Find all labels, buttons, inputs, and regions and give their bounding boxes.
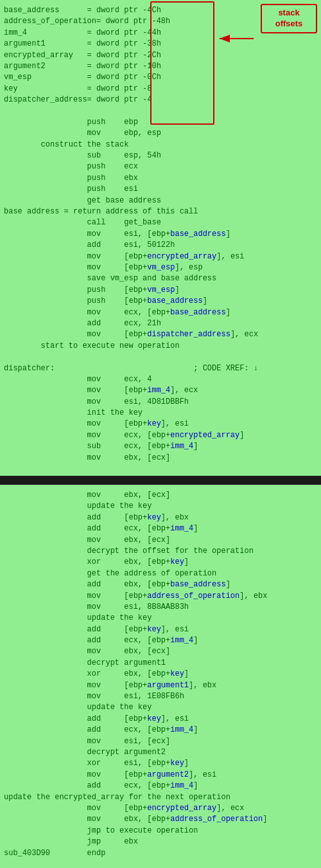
- b-line-6: xor ebx, [ebp+key]: [4, 557, 317, 568]
- b-line-13: add ecx, [ebp+imm_4]: [4, 635, 317, 646]
- b-line-25: mov [ebp+argument2], esi: [4, 770, 317, 781]
- b-line-27: update the encrypted_array for the next …: [4, 792, 317, 803]
- b-line-18: mov esi, 1E08FB6h: [4, 691, 317, 702]
- b-line-17: mov [ebp+argument1], ebx: [4, 680, 317, 691]
- code-line-21: mov [ebp+encrypted_array], esi: [4, 251, 317, 262]
- b-line-0: mov ebx, [ecx]: [4, 490, 317, 501]
- bottom-panel: mov ebx, [ecx] update the key add [ebp+k…: [0, 485, 321, 868]
- code-line-11: construct the stack: [4, 140, 317, 150]
- code-line-37: sub ecx, [ebp+imm_4]: [4, 441, 317, 452]
- b-line-2: add [ebp+key], ebx: [4, 512, 317, 523]
- b-line-14: mov ebx, [ecx]: [4, 646, 317, 657]
- code-line-15: push esi: [4, 184, 317, 195]
- code-line-3: argument1 = dword ptr -38h: [4, 39, 317, 50]
- code-line-27: add ecx, 21h: [4, 318, 317, 329]
- code-line-25: push [ebp+base_address]: [4, 296, 317, 307]
- top-code-block: base_address = dword ptr -4Ch address_of…: [4, 5, 317, 464]
- code-line-22: mov [ebp+vm_esp], esp: [4, 262, 317, 273]
- code-line-31: mov ecx, 4: [4, 374, 317, 385]
- code-line-38: mov ebx, [ecx]: [4, 453, 317, 464]
- code-line-blank2: [4, 352, 317, 363]
- code-line-19: mov esi, [ebp+base_address]: [4, 229, 317, 240]
- code-line-24: push [ebp+vm_esp]: [4, 285, 317, 296]
- b-line-32: sub_403D90 endp: [4, 848, 317, 859]
- b-line-22: mov esi, [ecx]: [4, 736, 317, 747]
- b-line-16: xor ebx, [ebp+key]: [4, 669, 317, 680]
- b-line-4: mov ebx, [ecx]: [4, 535, 317, 546]
- code-line-17: base address = return address of this ca…: [4, 206, 317, 217]
- b-line-20: add [ebp+key], esi: [4, 714, 317, 725]
- b-line-11: update the key: [4, 613, 317, 624]
- b-line-12: add [ebp+key], esi: [4, 624, 317, 635]
- b-line-30: jmp to execute operation: [4, 826, 317, 836]
- code-line-29: start to execute new operation: [4, 341, 317, 352]
- code-line-12: sub esp, 54h: [4, 150, 317, 161]
- code-line-14: push ebx: [4, 173, 317, 184]
- code-line-5: argument2 = dword ptr -10h: [4, 61, 317, 72]
- b-line-15: decrypt argument1: [4, 658, 317, 669]
- b-line-1: update the key: [4, 501, 317, 512]
- code-line-20: add esi, 50122h: [4, 240, 317, 251]
- code-line-35: mov [ebp+key], esi: [4, 419, 317, 429]
- b-line-3: add ecx, [ebp+imm_4]: [4, 523, 317, 534]
- b-line-8: add ebx, [ebp+base_address]: [4, 579, 317, 590]
- b-line-19: update the key: [4, 702, 317, 713]
- code-line-13: push ecx: [4, 161, 317, 172]
- b-line-26: add ecx, [ebp+imm_4]: [4, 781, 317, 791]
- b-line-7: get the address of operation: [4, 568, 317, 579]
- code-line-6: vm_esp = dword ptr -0Ch: [4, 72, 317, 83]
- b-line-5: decrypt the offset for the operation: [4, 546, 317, 557]
- code-line-33: mov esi, 4D81DBBFh: [4, 397, 317, 408]
- b-line-9: mov [ebp+address_of_operation], ebx: [4, 591, 317, 602]
- panel-divider: [0, 476, 321, 485]
- code-line-18: call get_base: [4, 217, 317, 228]
- bottom-code-block: mov ebx, [ecx] update the key add [ebp+k…: [4, 490, 317, 859]
- code-line-9: push ebp: [4, 117, 317, 128]
- code-line-28: mov [ebp+dispatcher_address], ecx: [4, 329, 317, 340]
- b-line-28: mov [ebp+encrypted_array], ecx: [4, 803, 317, 814]
- b-line-10: mov esi, 8B8AAB83h: [4, 602, 317, 613]
- code-line-36: mov ecx, [ebp+encrypted_array]: [4, 430, 317, 441]
- annotation-box: stack offsets: [261, 4, 317, 33]
- top-panel: base_address = dword ptr -4Ch address_of…: [0, 0, 321, 476]
- code-line-4: encrypted_array = dword ptr -2Ch: [4, 50, 317, 61]
- code-line-10: mov ebp, esp: [4, 128, 317, 139]
- code-line-30: dispatcher: ; CODE XREF: ↓: [4, 363, 317, 374]
- code-line-8: dispatcher_address= dword ptr -4: [4, 95, 317, 105]
- code-line-26: mov ecx, [ebp+base_address]: [4, 307, 317, 318]
- annotation-text: stack offsets: [267, 8, 311, 30]
- code-line-blank1: [4, 106, 317, 117]
- b-line-21: add ecx, [ebp+imm_4]: [4, 725, 317, 736]
- b-line-29: mov ebx, [ebp+address_of_operation]: [4, 814, 317, 825]
- code-line-34: init the key: [4, 408, 317, 419]
- b-line-31: jmp ebx: [4, 836, 317, 847]
- b-line-23: decrypt argument2: [4, 747, 317, 758]
- b-line-24: xor esi, [ebp+key]: [4, 758, 317, 769]
- code-line-16: get base address: [4, 195, 317, 206]
- code-line-23: save vm_esp and base address: [4, 273, 317, 284]
- code-line-32: mov [ebp+imm_4], ecx: [4, 385, 317, 396]
- code-line-7: key = dword ptr -8: [4, 84, 317, 95]
